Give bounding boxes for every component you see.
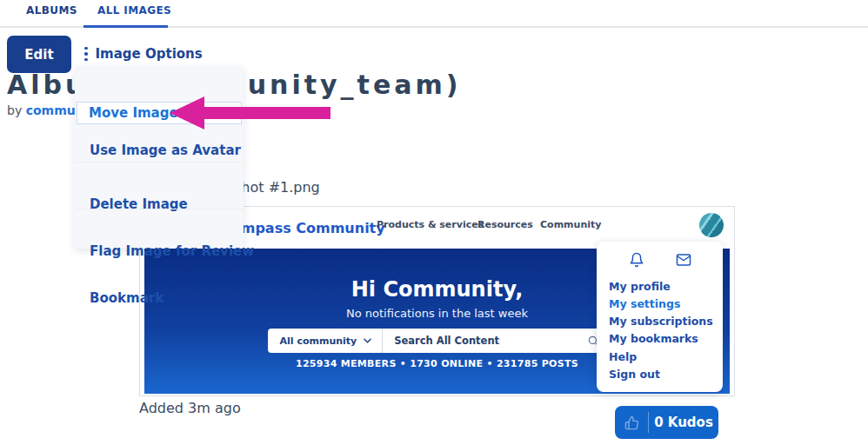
profile-menu-help: Help: [609, 350, 637, 363]
kebab-menu-icon: [84, 47, 88, 62]
profile-menu-my-settings: My settings: [609, 297, 680, 310]
menu-item-bookmark[interactable]: Bookmark: [90, 290, 164, 306]
profile-menu-sign-out: Sign out: [609, 368, 660, 381]
profile-dropdown: My profile My settings My subscriptions …: [597, 242, 723, 392]
preview-nav-products: Products & services: [377, 219, 484, 230]
menu-item-delete-image[interactable]: Delete Image: [90, 196, 188, 212]
image-options-label: Image Options: [96, 46, 203, 62]
album-page: ALBUMS ALL IMAGES Edit Image Options Alb…: [0, 0, 868, 445]
profile-menu-my-subscriptions: My subscriptions: [609, 315, 713, 328]
kudos-count-label: 0 Kudos: [649, 415, 718, 430]
menu-separator: [75, 162, 244, 163]
image-options-button[interactable]: Image Options: [84, 46, 203, 62]
envelope-icon: [676, 252, 691, 268]
edit-button[interactable]: Edit: [7, 36, 71, 73]
profile-menu-my-bookmarks: My bookmarks: [609, 332, 698, 345]
added-timestamp: Added 3m ago: [139, 400, 241, 416]
menu-separator: [75, 209, 244, 209]
preview-nav-resources: Resources: [477, 219, 533, 230]
chevron-down-icon: [364, 338, 371, 343]
kudos-button[interactable]: 0 Kudos: [615, 406, 718, 439]
profile-menu-my-profile: My profile: [609, 280, 671, 293]
preview-nav-community: Community: [540, 219, 601, 230]
menu-item-move-image[interactable]: Move Image: [77, 102, 242, 124]
avatar: [699, 213, 724, 237]
active-tab-underline: [83, 25, 168, 28]
search-bar: All community Search All Content: [268, 329, 607, 353]
tab-all-images[interactable]: ALL IMAGES: [97, 4, 171, 17]
menu-item-use-image-as-avatar[interactable]: Use Image as Avatar: [90, 143, 241, 158]
search-scope-dropdown: All community: [268, 335, 383, 347]
tab-albums[interactable]: ALBUMS: [26, 4, 77, 17]
preview-logo: Compass Community: [221, 220, 385, 236]
byline-prefix: by: [7, 103, 26, 117]
image-options-menu: Use Image as Avatar Move Image Delete Im…: [75, 66, 244, 249]
bell-icon: [629, 252, 644, 268]
search-input: Search All Content: [383, 335, 586, 347]
thumbs-up-icon: [615, 415, 648, 430]
search-scope-label: All community: [280, 335, 357, 347]
menu-item-move-image-label: Move Image: [89, 105, 178, 121]
menu-item-flag-image-for-review[interactable]: Flag Image for Review: [90, 243, 254, 259]
